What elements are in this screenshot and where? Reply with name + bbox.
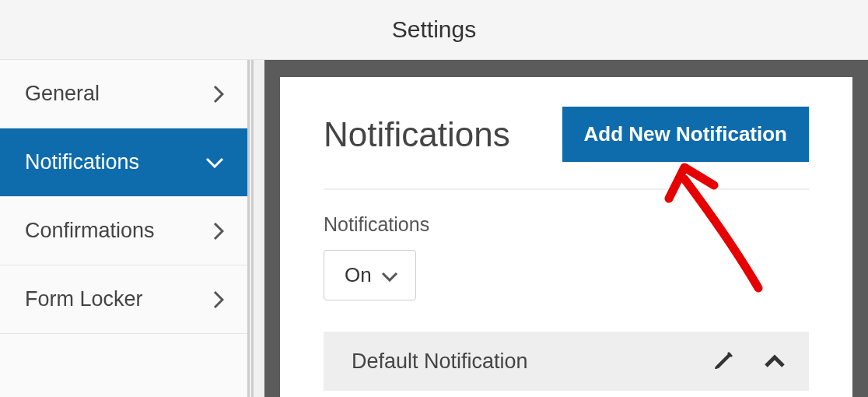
- page-title: Settings: [392, 16, 476, 43]
- sidebar-item-notifications[interactable]: Notifications: [0, 128, 247, 197]
- sidebar-item-label: Confirmations: [25, 219, 155, 243]
- content-frame: Notifications Add New Notification Notif…: [264, 60, 868, 397]
- chevron-down-icon: [205, 157, 224, 168]
- chevron-right-icon: [213, 85, 224, 104]
- chevron-right-icon: [213, 222, 224, 241]
- chevron-down-icon: [381, 263, 398, 287]
- main-area: General Notifications Confirmations Form…: [0, 60, 868, 397]
- notifications-toggle-select[interactable]: On: [324, 250, 416, 300]
- sidebar-item-label: Notifications: [25, 150, 139, 174]
- notification-row-title: Default Notification: [352, 350, 712, 374]
- sidebar-item-general[interactable]: General: [0, 60, 247, 128]
- chevron-up-icon[interactable]: [764, 354, 786, 368]
- toggle-label: Notifications: [324, 213, 809, 236]
- top-bar: Settings: [0, 0, 868, 60]
- sidebar-item-label: Form Locker: [25, 287, 143, 311]
- sidebar-item-label: General: [25, 82, 100, 106]
- panel-header: Notifications Add New Notification: [324, 107, 809, 190]
- sidebar-item-confirmations[interactable]: Confirmations: [0, 197, 247, 265]
- chevron-right-icon: [213, 290, 224, 309]
- add-new-notification-button[interactable]: Add New Notification: [562, 107, 809, 162]
- toggle-value: On: [345, 263, 372, 287]
- sidebar-item-form-locker[interactable]: Form Locker: [0, 265, 247, 334]
- notification-row[interactable]: Default Notification: [324, 332, 809, 391]
- sidebar: General Notifications Confirmations Form…: [0, 60, 247, 397]
- edit-icon[interactable]: [712, 350, 734, 372]
- row-actions: [712, 350, 786, 372]
- panel: Notifications Add New Notification Notif…: [280, 77, 852, 397]
- toggle-section: Notifications On: [324, 213, 809, 300]
- panel-title: Notifications: [324, 115, 510, 154]
- column-resizer[interactable]: [247, 60, 264, 397]
